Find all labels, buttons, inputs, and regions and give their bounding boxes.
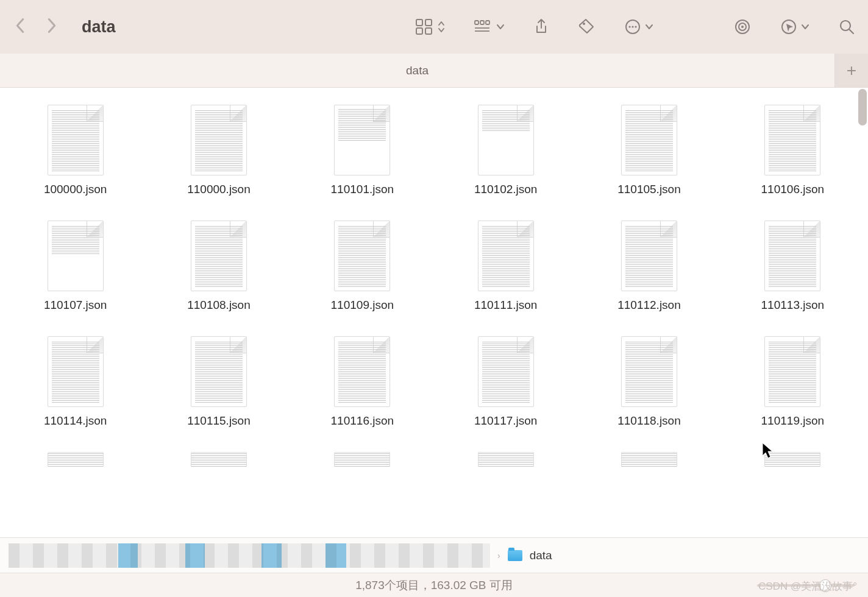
file-item[interactable]: 110113.json xyxy=(732,221,853,312)
forward-button[interactable] xyxy=(45,17,59,37)
document-icon xyxy=(191,221,247,291)
group-icon xyxy=(474,19,493,34)
file-item[interactable]: 110119.json xyxy=(732,336,853,428)
ellipsis-circle-icon xyxy=(624,18,641,35)
partial-row xyxy=(15,452,853,467)
file-name: 110101.json xyxy=(331,183,394,196)
tab-data[interactable]: data xyxy=(0,54,835,87)
tags-button[interactable] xyxy=(578,18,595,35)
svg-point-9 xyxy=(583,23,585,25)
grid-icon xyxy=(416,19,434,35)
file-name: 110106.json xyxy=(761,183,825,196)
file-icon xyxy=(478,452,534,467)
document-icon xyxy=(334,336,390,407)
file-item[interactable]: 110109.json xyxy=(302,221,423,312)
file-item[interactable]: 110000.json xyxy=(158,105,279,196)
file-item[interactable]: 110118.json xyxy=(588,336,710,428)
file-item[interactable]: 110108.json xyxy=(158,221,279,312)
file-name: 110113.json xyxy=(761,298,825,312)
file-item[interactable]: 110102.json xyxy=(445,105,566,196)
file-item[interactable]: 110116.json xyxy=(302,336,423,428)
airdrop-button[interactable] xyxy=(734,18,751,35)
status-bar: 1,873个项目，163.02 GB 可用 CSDN @美酒没故事° xyxy=(0,573,868,597)
file-item[interactable]: 110117.json xyxy=(445,336,566,428)
file-item[interactable]: 110107.json xyxy=(15,221,136,312)
file-name: 110111.json xyxy=(474,298,538,312)
file-name: 110112.json xyxy=(617,298,681,312)
file-item[interactable]: 110106.json xyxy=(732,105,853,196)
search-icon xyxy=(839,19,855,35)
folder-icon xyxy=(508,550,522,561)
file-item[interactable]: 110114.json xyxy=(15,336,136,428)
document-icon xyxy=(621,336,677,407)
tab-bar: data + xyxy=(0,54,868,88)
obscured-path-segment xyxy=(9,543,490,568)
file-name: 110118.json xyxy=(617,414,681,428)
file-item[interactable]: 110105.json xyxy=(588,105,710,196)
document-icon xyxy=(191,336,247,407)
file-name: 110107.json xyxy=(44,298,107,312)
tag-icon xyxy=(578,18,595,35)
new-tab-button[interactable]: + xyxy=(835,54,868,87)
svg-point-16 xyxy=(741,26,744,28)
file-name: 110102.json xyxy=(474,183,538,196)
item-count: 1,873 xyxy=(355,579,385,592)
more-button[interactable] xyxy=(624,18,653,35)
file-item[interactable]: 110112.json xyxy=(588,221,710,312)
chevron-down-icon xyxy=(496,24,505,30)
document-icon xyxy=(478,105,534,175)
svg-rect-3 xyxy=(425,28,432,34)
watermark-text: CSDN @美酒没故事° xyxy=(758,579,857,593)
document-icon xyxy=(764,221,820,291)
search-button[interactable] xyxy=(839,19,855,35)
document-icon xyxy=(48,105,104,175)
svg-rect-6 xyxy=(486,21,489,24)
cursor-circle-icon xyxy=(780,18,797,35)
svg-rect-4 xyxy=(475,21,478,24)
share-icon xyxy=(534,18,549,35)
back-button[interactable] xyxy=(13,17,27,37)
file-name: 110116.json xyxy=(331,414,394,428)
chevron-right-icon xyxy=(45,17,59,34)
file-item[interactable]: 100000.json xyxy=(15,105,136,196)
svg-line-19 xyxy=(849,29,853,34)
svg-point-13 xyxy=(635,26,636,27)
path-separator-icon: › xyxy=(497,551,500,560)
stepper-icon xyxy=(438,20,445,34)
quick-actions-button[interactable] xyxy=(780,18,809,35)
document-icon xyxy=(764,336,820,407)
document-icon xyxy=(621,221,677,291)
window-title: data xyxy=(82,18,116,37)
chevron-down-icon xyxy=(645,24,653,30)
view-mode-button[interactable] xyxy=(416,19,445,35)
file-name: 110000.json xyxy=(187,183,251,196)
document-icon xyxy=(48,336,104,407)
share-button[interactable] xyxy=(534,18,549,35)
file-icon xyxy=(334,452,390,467)
svg-rect-1 xyxy=(425,19,432,26)
toolbar-actions xyxy=(416,18,855,35)
free-space: 163.02 GB xyxy=(431,579,486,592)
document-icon xyxy=(764,105,820,175)
nav-buttons xyxy=(13,17,59,37)
svg-rect-2 xyxy=(416,28,422,34)
file-item[interactable]: 110101.json xyxy=(302,105,423,196)
file-name: 110115.json xyxy=(187,414,251,428)
group-button[interactable] xyxy=(474,19,505,34)
file-name: 110114.json xyxy=(44,414,107,428)
document-icon xyxy=(48,221,104,291)
file-item[interactable]: 110111.json xyxy=(445,221,566,312)
plus-icon: + xyxy=(847,61,856,80)
path-folder-label[interactable]: data xyxy=(530,549,552,562)
file-item[interactable]: 110115.json xyxy=(158,336,279,428)
toolbar: data xyxy=(0,0,868,54)
chevron-down-icon xyxy=(801,24,809,30)
document-icon xyxy=(334,221,390,291)
svg-rect-5 xyxy=(480,21,484,24)
file-icon xyxy=(764,452,820,467)
file-icon xyxy=(191,452,247,467)
path-bar: › data xyxy=(0,537,868,573)
file-name: 110108.json xyxy=(187,298,251,312)
vertical-scrollbar[interactable] xyxy=(858,89,867,125)
chevron-left-icon xyxy=(13,17,27,34)
